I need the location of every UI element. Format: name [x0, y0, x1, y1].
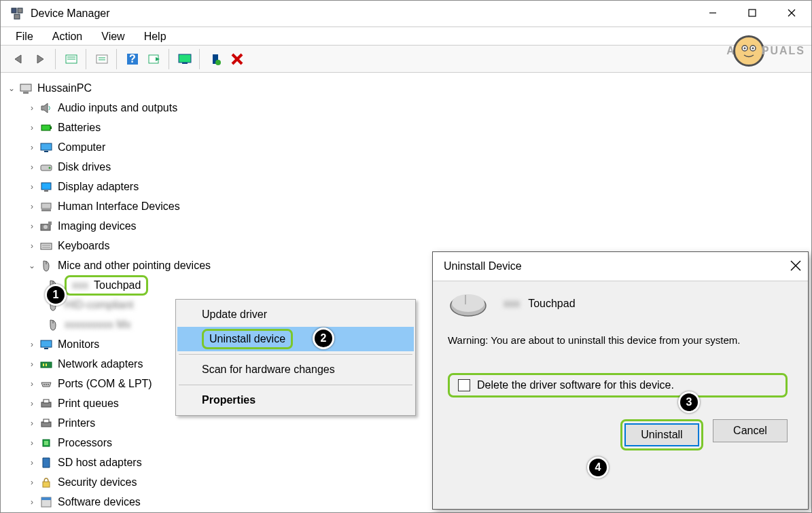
face-icon — [733, 35, 764, 67]
menu-view[interactable]: View — [92, 29, 134, 43]
blurred-text: xxx — [504, 298, 520, 309]
display-button[interactable] — [175, 50, 195, 68]
uninstall-dialog: Uninstall Device xxx Touchpad Warning: Y… — [432, 251, 809, 510]
chevron-right-icon: › — [27, 222, 37, 231]
toolbar: ? — [1, 46, 811, 73]
close-icon[interactable] — [790, 259, 801, 275]
maximize-button[interactable] — [732, 1, 772, 25]
help-button[interactable]: ? — [122, 50, 143, 68]
menu-help[interactable]: Help — [135, 29, 176, 43]
battery-icon — [39, 120, 54, 135]
chevron-right-icon: › — [27, 103, 37, 113]
scan-hardware-button[interactable] — [144, 50, 164, 68]
callout-1: 1 — [45, 284, 67, 306]
monitor-icon — [39, 140, 54, 155]
keyboard-icon — [39, 238, 54, 253]
uninstall-device-toolbar-button[interactable] — [227, 50, 247, 68]
svg-rect-48 — [46, 364, 47, 366]
chevron-right-icon: › — [27, 241, 37, 251]
svg-rect-36 — [48, 222, 52, 225]
tree-node-imaging[interactable]: ›Imaging devices — [3, 216, 809, 236]
delete-driver-checkbox[interactable] — [458, 379, 470, 391]
chevron-right-icon: › — [27, 359, 37, 369]
dialog-device-name: xxx Touchpad — [504, 298, 576, 310]
properties-button[interactable] — [92, 50, 112, 68]
svg-rect-53 — [43, 400, 49, 403]
mouse-large-icon — [448, 289, 490, 318]
menubar: File Action View Help — [1, 26, 811, 46]
dialog-titlebar: Uninstall Device — [433, 252, 808, 281]
hid-icon — [39, 199, 54, 214]
monitor-icon — [39, 337, 54, 352]
svg-rect-55 — [43, 419, 49, 423]
chevron-right-icon: › — [27, 182, 37, 192]
callout-4: 4 — [587, 457, 609, 478]
blurred-text: HID-compliant — [65, 299, 133, 311]
menu-action[interactable]: Action — [43, 29, 92, 43]
forward-button[interactable] — [31, 50, 51, 68]
tree-node-batteries[interactable]: ›Batteries — [3, 118, 809, 137]
dialog-device-row: xxx Touchpad — [448, 289, 793, 318]
svg-point-68 — [743, 48, 745, 50]
show-hide-tree-button[interactable] — [61, 50, 82, 68]
printer-icon — [39, 416, 54, 431]
chevron-right-icon: › — [27, 458, 37, 467]
blurred-text: xxx — [72, 279, 88, 291]
lock-icon — [39, 475, 54, 490]
svg-rect-32 — [41, 203, 51, 209]
disk-icon — [39, 160, 54, 175]
blurred-text: xxxxxxxxx Mx — [65, 319, 131, 331]
menu-file[interactable]: File — [6, 29, 43, 43]
svg-rect-37 — [41, 243, 52, 249]
svg-rect-58 — [43, 482, 50, 487]
port-icon — [39, 376, 54, 391]
menu-separator — [179, 385, 412, 385]
uninstall-button[interactable]: Uninstall — [624, 423, 699, 446]
back-button[interactable] — [9, 50, 29, 68]
mouse-icon — [46, 317, 60, 332]
context-menu: Update driver Uninstall device Scan for … — [175, 299, 416, 416]
svg-rect-2 — [14, 14, 20, 19]
menu-scan-hardware[interactable]: Scan for hardware changes — [177, 357, 414, 382]
tree-node-audio[interactable]: ›Audio inputs and outputs — [3, 98, 809, 118]
cpu-icon — [39, 436, 54, 450]
close-button[interactable] — [772, 1, 811, 25]
chevron-right-icon: › — [27, 419, 37, 428]
chevron-right-icon: › — [27, 162, 37, 172]
svg-rect-22 — [20, 84, 31, 91]
svg-rect-25 — [50, 126, 52, 129]
tree-node-hid[interactable]: ›Human Interface Devices — [3, 196, 809, 216]
chevron-right-icon: › — [27, 478, 37, 487]
cancel-button[interactable]: Cancel — [713, 419, 788, 442]
device-manager-icon — [10, 7, 24, 20]
sd-icon — [39, 455, 54, 470]
svg-rect-0 — [12, 8, 16, 13]
enable-device-button[interactable] — [205, 50, 226, 68]
callout-3: 3 — [678, 391, 700, 413]
svg-point-35 — [43, 225, 48, 229]
svg-rect-23 — [23, 92, 29, 94]
tree-root[interactable]: ⌄ HussainPC — [3, 78, 809, 98]
window-title: Device Manager — [31, 7, 110, 20]
chevron-right-icon: › — [27, 202, 37, 211]
menu-update-driver[interactable]: Update driver — [177, 302, 414, 327]
svg-rect-27 — [44, 151, 48, 152]
tree-node-disk[interactable]: ›Disk drives — [3, 157, 809, 177]
highlight-delete-checkbox: Delete the driver software for this devi… — [448, 373, 788, 397]
chevron-right-icon: › — [27, 438, 37, 448]
highlight-uninstall-button: Uninstall — [620, 419, 703, 450]
minimize-button[interactable] — [693, 1, 732, 25]
menu-properties[interactable]: Properties — [177, 388, 414, 412]
tree-node-display[interactable]: ›Display adapters — [3, 177, 809, 196]
mouse-icon — [39, 258, 54, 273]
chevron-right-icon: › — [27, 143, 37, 152]
tree-node-computer[interactable]: ›Computer — [3, 137, 809, 157]
camera-icon — [39, 219, 54, 234]
chevron-right-icon: › — [27, 379, 37, 389]
display-adapter-icon — [39, 179, 54, 194]
dialog-warning-text: Warning: You are about to uninstall this… — [448, 334, 793, 346]
menu-uninstall-device[interactable]: Uninstall device — [177, 327, 414, 351]
svg-rect-4 — [749, 10, 756, 16]
network-icon — [39, 357, 54, 372]
menu-separator — [179, 354, 412, 355]
